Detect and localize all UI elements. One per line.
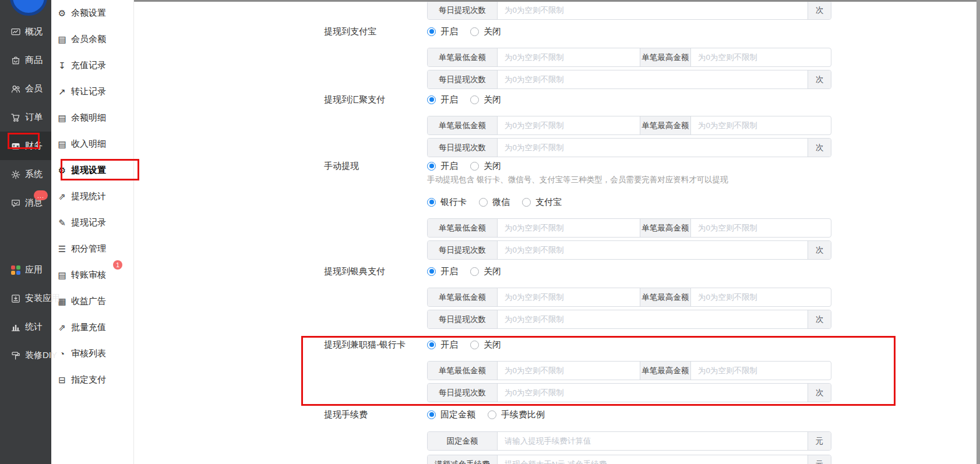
- submenu-item-points-management[interactable]: ☰积分管理: [51, 236, 133, 262]
- min-amount-input[interactable]: [498, 116, 640, 134]
- sidebar-item-label: 商品: [25, 55, 43, 66]
- radio-group: 开启关闭: [427, 339, 513, 350]
- share-icon: ↗: [57, 87, 67, 97]
- sidebar-item-apps[interactable]: 应用: [0, 256, 51, 284]
- submenu-item-income-details[interactable]: ▤收入明细: [51, 131, 133, 157]
- radio-label: 手续费比例: [501, 409, 545, 420]
- radio-off[interactable]: 关闭: [470, 161, 501, 172]
- input-suffix: 元: [808, 432, 831, 450]
- submenu-item-label: 转让记录: [71, 86, 106, 97]
- max-amount-input[interactable]: [691, 219, 832, 237]
- daily-count-input[interactable]: [498, 241, 808, 259]
- submenu-item-member-balance[interactable]: ▤会员余额: [51, 26, 133, 52]
- input-group-label: 单笔最高金额: [640, 48, 691, 66]
- submenu-item-revenue-ads[interactable]: ▦收益广告: [51, 288, 133, 314]
- max-amount-input[interactable]: [691, 116, 832, 134]
- input-suffix: 次: [808, 241, 831, 259]
- line-chart-icon: ⇗: [57, 192, 67, 202]
- submenu-item-balance-details[interactable]: ▤余额明细: [51, 105, 133, 131]
- fee-waiver-row-input[interactable]: [498, 455, 808, 464]
- max-amount-input[interactable]: [691, 48, 832, 66]
- input-cell: [691, 362, 832, 380]
- input-group-label: 单笔最低金额: [428, 48, 498, 66]
- submenu-item-withdraw-records[interactable]: ✎提现记录: [51, 210, 133, 236]
- radio-off[interactable]: 关闭: [470, 266, 501, 277]
- submenu-item-designated-payment[interactable]: ⊟指定支付: [51, 367, 133, 393]
- sidebar-item-overview[interactable]: 概况: [0, 17, 51, 46]
- radio-fee-ratio[interactable]: 手续费比例: [488, 409, 545, 420]
- radio-label: 银行卡: [440, 197, 467, 208]
- min-amount-input[interactable]: [498, 288, 640, 306]
- daily-count-row: 每日提现次数次: [427, 310, 831, 329]
- input-cell: [498, 116, 640, 134]
- radio-fixed-amount[interactable]: 固定金额: [427, 409, 475, 420]
- radio-group: 开启关闭: [427, 160, 513, 172]
- input-cell: [498, 288, 640, 306]
- max-amount-input[interactable]: [691, 362, 832, 380]
- bar-chart-icon: [10, 322, 21, 332]
- submenu-item-transfer-review[interactable]: ▤转账审核1: [51, 262, 133, 288]
- input-cell: [498, 384, 808, 402]
- withdraw-settings-form: 每日提现次数次提现到支付宝开启关闭单笔最低金额单笔最高金额每日提现次数次提现到汇…: [134, 0, 980, 464]
- radio-on[interactable]: 开启: [427, 339, 458, 350]
- radio-on[interactable]: 开启: [427, 94, 458, 105]
- sidebar-item-stats[interactable]: 统计: [0, 313, 51, 341]
- pencil-icon: ✎: [57, 218, 67, 228]
- submenu-item-batch-recharge[interactable]: ⇗批量充值: [51, 314, 133, 341]
- sidebar-item-goods[interactable]: 商品: [0, 46, 51, 75]
- field-label: 手动提现: [324, 160, 359, 172]
- box-minus-icon: ⊟: [57, 375, 67, 385]
- radio-dot: [470, 341, 479, 349]
- radio-off[interactable]: 关闭: [470, 94, 501, 105]
- daily-count-input[interactable]: [498, 310, 808, 328]
- radio-on[interactable]: 开启: [427, 161, 458, 172]
- daily-count-input[interactable]: [498, 139, 808, 157]
- daily-count-input[interactable]: [498, 384, 808, 402]
- submenu-item-balance-settings[interactable]: ⚙余额设置: [51, 0, 133, 26]
- submenu-item-withdraw-stats[interactable]: ⇗提现统计: [51, 183, 133, 210]
- radio-on[interactable]: 开启: [427, 26, 458, 37]
- radio-dot: [427, 27, 436, 36]
- submenu-item-recharge-records[interactable]: ↧充值记录: [51, 52, 133, 79]
- document-icon: ▤: [57, 113, 67, 123]
- goods-icon: [10, 55, 21, 66]
- radio-method-1[interactable]: 微信: [479, 197, 510, 208]
- min-amount-input[interactable]: [498, 362, 640, 380]
- sidebar-item-system[interactable]: 系统: [0, 160, 51, 189]
- sidebar-item-members[interactable]: 会员: [0, 75, 51, 103]
- fixed-fee-row-input[interactable]: [498, 432, 808, 450]
- submenu-item-label: 指定支付: [71, 374, 106, 385]
- radio-on[interactable]: 开启: [427, 266, 458, 277]
- input-cell: [498, 70, 808, 88]
- sidebar-item-install-apps[interactable]: 安装应用: [0, 284, 51, 313]
- max-amount-input[interactable]: [691, 288, 832, 306]
- daily-count-input[interactable]: [498, 70, 808, 88]
- min-amount-input[interactable]: [498, 48, 640, 66]
- input-cell: [691, 288, 832, 306]
- input-group-label: 单笔最低金额: [428, 288, 498, 306]
- submenu-item-review-list[interactable]: ◔审核列表: [51, 341, 133, 367]
- radio-method-0[interactable]: 银行卡: [427, 197, 467, 208]
- submenu-item-transfer-records[interactable]: ↗转让记录: [51, 79, 133, 105]
- daily-count-row: 每日提现次数次: [427, 1, 831, 20]
- daily-count-row: 每日提现次数次: [427, 383, 831, 402]
- sidebar-item-finance[interactable]: 财务: [0, 132, 51, 160]
- radio-method-2[interactable]: 支付宝: [522, 197, 562, 208]
- vertical-scrollbar[interactable]: [977, 0, 980, 464]
- dashboard-icon: [10, 27, 21, 37]
- input-cell: [498, 432, 808, 450]
- wallet-icon: [10, 141, 21, 151]
- radio-off[interactable]: 关闭: [470, 339, 501, 350]
- fee-waiver-row: 满额减免手续费元: [427, 455, 831, 464]
- sidebar-item-orders[interactable]: 订单: [0, 103, 51, 132]
- radio-dot: [488, 410, 496, 419]
- submenu-item-withdraw-settings[interactable]: ⚙提现设置: [51, 157, 133, 183]
- min-amount-input[interactable]: [498, 219, 640, 237]
- sidebar-item-decorate-diy[interactable]: 装修DIY: [0, 341, 51, 370]
- submenu-item-label: 收益广告: [71, 296, 106, 307]
- radio-label: 开启: [440, 266, 458, 277]
- daily-count-row: 每日提现次数次: [427, 240, 831, 260]
- radio-off[interactable]: 关闭: [470, 26, 501, 37]
- daily-count-input[interactable]: [498, 1, 808, 19]
- min-max-amount-row: 单笔最低金额单笔最高金额: [427, 361, 831, 380]
